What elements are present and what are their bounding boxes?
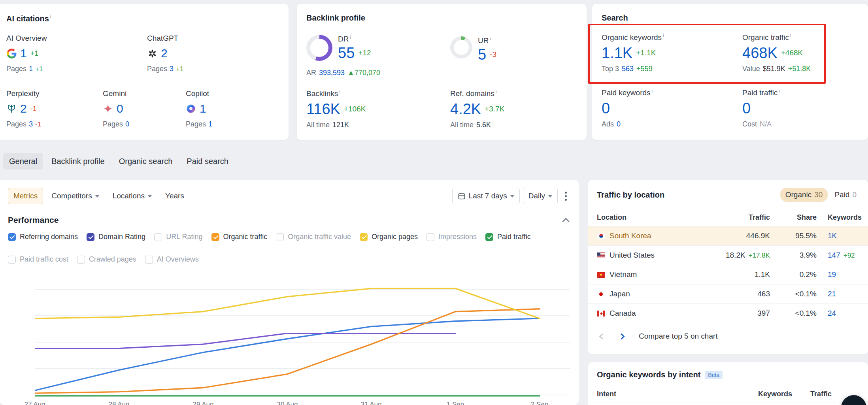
competitors-dropdown[interactable]: Competitors xyxy=(46,188,104,204)
organic-traffic-value[interactable]: 468K xyxy=(742,45,777,60)
paid-traffic-value[interactable]: 0 xyxy=(742,101,751,116)
organic-keywords-value[interactable]: 1.1K xyxy=(602,45,632,60)
info-icon[interactable]: i xyxy=(496,89,497,94)
pages-delta: +1 xyxy=(176,65,183,73)
toggle-ai-overviews[interactable]: AI Overviews xyxy=(145,255,199,264)
pages-value[interactable]: 1 xyxy=(29,65,33,73)
toggle-referring-domains[interactable]: Referring domains xyxy=(8,233,78,241)
keywords-link[interactable]: 1K xyxy=(828,232,837,240)
collapse-chevron-icon[interactable] xyxy=(562,218,569,225)
pages-label: Pages xyxy=(103,120,123,128)
table-row-south-korea[interactable]: South Korea 446.9K 95.5% 1K xyxy=(588,226,868,246)
x-axis-label: 29 Aug xyxy=(193,401,214,405)
checkbox[interactable] xyxy=(276,233,284,241)
pages-value[interactable]: 1 xyxy=(208,120,212,128)
keywords-link[interactable]: 24 xyxy=(828,309,836,318)
dr-value: 55 xyxy=(338,45,355,60)
ai-overview-metric: AI Overview 1 +1 Pages 1 +1 xyxy=(6,34,47,73)
pages-value[interactable]: 0 xyxy=(125,120,129,128)
table-row-united-states[interactable]: United States 18.2K+17.8K 3.9% 147+92 xyxy=(588,246,868,265)
ar-label: AR xyxy=(306,69,316,77)
checkbox[interactable] xyxy=(485,233,493,241)
tab-paid-search[interactable]: Paid search xyxy=(181,153,234,170)
copilot-value[interactable]: 1 xyxy=(200,103,206,115)
info-icon[interactable]: i xyxy=(790,33,791,38)
info-icon[interactable]: i xyxy=(50,14,51,19)
pages-delta: +1 xyxy=(35,65,43,73)
perplexity-value[interactable]: 2 xyxy=(20,103,27,115)
table-row-vietnam[interactable]: Vietnam 1.1K 0.2% 19 xyxy=(588,265,868,284)
pages-label: Pages xyxy=(6,65,26,73)
toggle-url-rating[interactable]: URL Rating xyxy=(154,233,202,241)
tab-organic-search[interactable]: Organic search xyxy=(113,153,179,170)
years-button[interactable]: Years xyxy=(160,188,189,204)
paid-count: 0 xyxy=(852,190,857,199)
checkbox[interactable] xyxy=(8,256,16,264)
backlink-profile-card: Backlink profile DRi 55 +12 AR 393,593 ▲… xyxy=(297,4,587,140)
toggle-domain-rating[interactable]: Domain Rating xyxy=(87,233,145,241)
checkbox[interactable] xyxy=(77,256,85,264)
pages-value[interactable]: 3 xyxy=(29,120,33,128)
next-page-chevron-icon[interactable] xyxy=(619,333,625,339)
ur-value: 5 xyxy=(478,47,486,62)
tab-general[interactable]: General xyxy=(3,153,43,170)
ai-metric-label: AI Overview xyxy=(6,34,47,43)
keywords-link[interactable]: 21 xyxy=(828,290,836,298)
checkbox[interactable] xyxy=(8,233,16,241)
checkbox[interactable] xyxy=(145,256,153,264)
info-icon[interactable]: i xyxy=(490,36,491,41)
toggle-organic-traffic[interactable]: Organic traffic xyxy=(211,233,268,241)
top3-value[interactable]: 563 xyxy=(622,65,634,73)
organic-tab[interactable]: Organic 30 xyxy=(780,188,828,202)
keywords-link[interactable]: 19 xyxy=(828,270,836,279)
performance-chart[interactable] xyxy=(35,269,570,405)
date-range-dropdown[interactable]: Last 7 days xyxy=(452,188,520,204)
paid-keywords-value[interactable]: 0 xyxy=(602,101,610,116)
x-axis-label: 28 Aug xyxy=(109,401,130,405)
chevron-down-icon xyxy=(548,195,552,200)
checkbox[interactable] xyxy=(154,233,162,241)
performance-title: Performance xyxy=(8,215,58,225)
info-icon[interactable]: i xyxy=(663,33,664,38)
table-row-canada[interactable]: Canada 397 <0.1% 24 xyxy=(588,304,868,323)
paid-tab[interactable]: Paid 0 xyxy=(829,188,862,202)
toggle-organic-traffic-value[interactable]: Organic traffic value xyxy=(276,233,351,241)
info-icon[interactable]: i xyxy=(339,89,340,94)
checkbox[interactable] xyxy=(426,233,434,241)
ads-value[interactable]: 0 xyxy=(617,120,621,128)
checkbox[interactable] xyxy=(211,233,219,241)
backlinks-value[interactable]: 116K xyxy=(306,102,340,117)
info-icon[interactable]: i xyxy=(350,35,351,40)
toggle-paid-traffic[interactable]: Paid traffic xyxy=(485,233,531,241)
chatgpt-value[interactable]: 2 xyxy=(161,47,168,59)
ar-value[interactable]: 393,593 xyxy=(319,69,345,77)
info-icon[interactable]: i xyxy=(779,89,780,93)
beta-badge: Beta xyxy=(705,371,723,379)
info-icon[interactable]: i xyxy=(652,89,653,93)
gemini-value[interactable]: 0 xyxy=(117,103,123,115)
location-table-header: Location Traffic Share Keywords xyxy=(588,209,868,226)
locations-dropdown[interactable]: Locations xyxy=(108,188,157,204)
previous-page-chevron-icon[interactable] xyxy=(599,333,606,339)
traffic-by-location-card: Traffic by location Organic 30 Paid 0 Lo… xyxy=(588,180,868,354)
compare-top5-label[interactable]: Compare top 5 on chart xyxy=(639,332,718,341)
ref-domains-value[interactable]: 4.2K xyxy=(450,102,481,117)
pages-value[interactable]: 3 xyxy=(170,65,174,73)
ai-metric-label: Perplexity xyxy=(6,89,41,98)
granularity-dropdown[interactable]: Daily xyxy=(523,188,558,204)
keywords-link[interactable]: 147 xyxy=(828,251,840,260)
more-options-kebab-icon[interactable] xyxy=(561,188,571,204)
backlinks-alltime: 121K xyxy=(332,121,349,129)
toggle-crawled-pages[interactable]: Crawled pages xyxy=(77,255,136,264)
perplexity-icon xyxy=(6,104,17,114)
ai-overview-value[interactable]: 1 xyxy=(20,47,27,59)
toggle-paid-traffic-cost[interactable]: Paid traffic cost xyxy=(8,255,68,264)
metrics-button[interactable]: Metrics xyxy=(8,188,43,204)
table-row-japan[interactable]: Japan 463 <0.1% 21 xyxy=(588,284,868,304)
toggle-organic-pages[interactable]: Organic pages xyxy=(360,233,418,241)
toggle-impressions[interactable]: Impressions xyxy=(426,233,477,241)
checkbox[interactable] xyxy=(360,233,368,241)
organic-keywords-metric: Organic keywordsi 1.1K +1.1K Top 3 563 +… xyxy=(602,33,664,73)
checkbox[interactable] xyxy=(87,233,94,241)
tab-backlink-profile[interactable]: Backlink profile xyxy=(45,153,111,170)
